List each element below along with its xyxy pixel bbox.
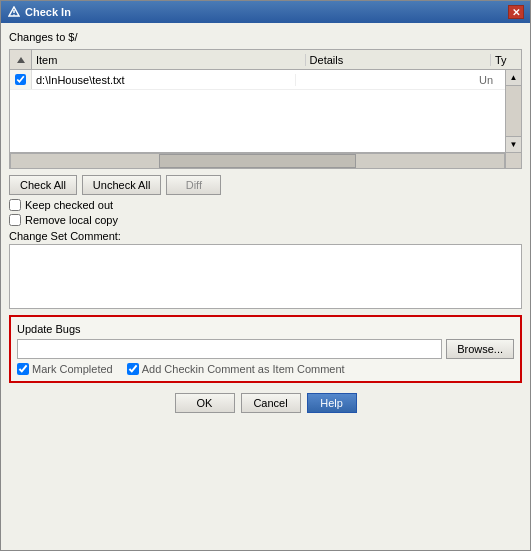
table-body-container: d:\InHouse\test.txt Un ▲ ▼ [10, 70, 521, 152]
col-header-details: Details [306, 54, 491, 66]
comment-section: Change Set Comment: [9, 230, 522, 311]
keep-checked-out-row: Keep checked out [9, 199, 522, 211]
title-bar: Check In ✕ [1, 1, 530, 23]
help-button[interactable]: Help [307, 393, 357, 413]
changes-label: Changes to $/ [9, 31, 522, 43]
diff-button[interactable]: Diff [166, 175, 221, 195]
remove-local-copy-label: Remove local copy [25, 214, 118, 226]
svg-point-2 [13, 14, 15, 16]
col-header-item: Item [32, 54, 306, 66]
add-checkin-comment-checkbox[interactable] [127, 363, 139, 375]
add-checkin-comment-row: Add Checkin Comment as Item Comment [127, 363, 345, 375]
ok-button[interactable]: OK [175, 393, 235, 413]
check-all-button[interactable]: Check All [9, 175, 77, 195]
changes-table: Item Details Ty d:\InHouse\test.txt Un [9, 49, 522, 169]
row-item: d:\InHouse\test.txt [32, 74, 296, 86]
update-bugs-checkboxes: Mark Completed Add Checkin Comment as It… [17, 363, 514, 375]
action-buttons: Check All Uncheck All Diff [9, 175, 522, 195]
dialog-content: Changes to $/ Item Details Ty d:\InHouse… [1, 23, 530, 550]
table-header: Item Details Ty [10, 50, 521, 70]
bottom-buttons: OK Cancel Help [9, 387, 522, 417]
add-checkin-comment-label: Add Checkin Comment as Item Comment [142, 363, 345, 375]
horizontal-scrollbar-area [10, 152, 521, 168]
cancel-button[interactable]: Cancel [241, 393, 301, 413]
horizontal-scrollbar[interactable] [10, 153, 505, 169]
sort-icon-container[interactable] [10, 50, 32, 69]
table-row: d:\InHouse\test.txt Un [10, 70, 505, 90]
title-bar-left: Check In [7, 5, 71, 19]
update-bugs-title: Update Bugs [17, 323, 514, 335]
close-button[interactable]: ✕ [508, 5, 524, 19]
vertical-scrollbar[interactable]: ▲ ▼ [505, 70, 521, 152]
row-type: Un [475, 74, 505, 86]
mark-completed-label: Mark Completed [32, 363, 113, 375]
options-section: Keep checked out Remove local copy [9, 199, 522, 226]
col-header-type: Ty [491, 54, 521, 66]
check-in-icon [7, 5, 21, 19]
remove-local-copy-row: Remove local copy [9, 214, 522, 226]
row-checkbox[interactable] [15, 74, 26, 85]
scrollbar-thumb [159, 154, 356, 168]
window-title: Check In [25, 6, 71, 18]
check-in-dialog: Check In ✕ Changes to $/ Item Details Ty [0, 0, 531, 551]
keep-checked-out-checkbox[interactable] [9, 199, 21, 211]
sort-icon [17, 57, 25, 63]
update-bugs-section: Update Bugs Browse... Mark Completed Add… [9, 315, 522, 383]
mark-completed-checkbox[interactable] [17, 363, 29, 375]
comment-textarea[interactable] [9, 244, 522, 309]
scroll-up-button[interactable]: ▲ [506, 70, 521, 86]
keep-checked-out-label: Keep checked out [25, 199, 113, 211]
update-bugs-input-row: Browse... [17, 339, 514, 359]
mark-completed-row: Mark Completed [17, 363, 113, 375]
remove-local-copy-checkbox[interactable] [9, 214, 21, 226]
table-body: d:\InHouse\test.txt Un [10, 70, 505, 152]
update-bugs-input[interactable] [17, 339, 442, 359]
comment-label: Change Set Comment: [9, 230, 522, 242]
browse-button[interactable]: Browse... [446, 339, 514, 359]
scroll-down-button[interactable]: ▼ [506, 136, 521, 152]
uncheck-all-button[interactable]: Uncheck All [82, 175, 161, 195]
row-checkbox-container[interactable] [10, 70, 32, 89]
scroll-track [506, 86, 521, 136]
scrollbar-corner [505, 153, 521, 169]
